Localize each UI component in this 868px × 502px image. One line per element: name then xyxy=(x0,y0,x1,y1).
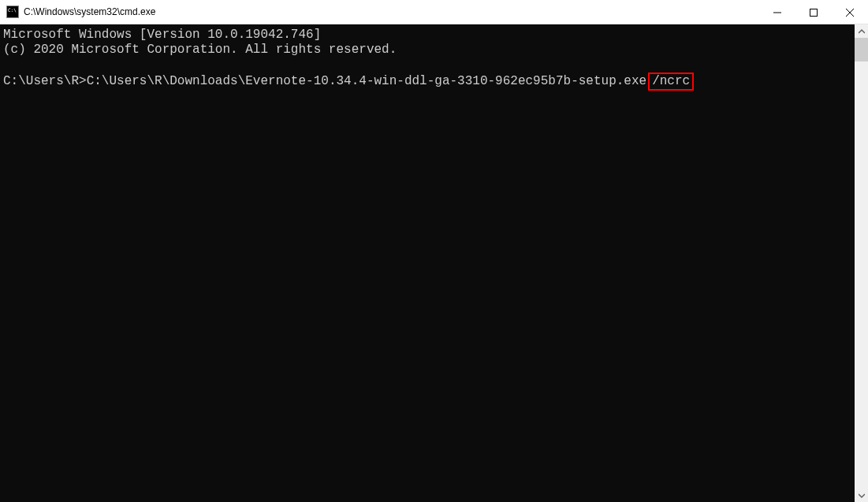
scroll-thumb[interactable] xyxy=(855,38,868,61)
minimize-button[interactable] xyxy=(759,0,795,24)
terminal-blank-line xyxy=(3,58,855,73)
window: C:\Windows\system32\cmd.exe Microsoft W xyxy=(0,0,868,502)
vertical-scrollbar[interactable] xyxy=(855,24,868,502)
close-icon xyxy=(846,9,854,17)
scroll-down-button[interactable] xyxy=(855,489,868,502)
maximize-icon xyxy=(810,9,818,17)
svg-rect-1 xyxy=(810,9,818,16)
chevron-down-icon xyxy=(859,493,865,499)
minimize-icon xyxy=(773,9,781,17)
titlebar[interactable]: C:\Windows\system32\cmd.exe xyxy=(0,0,868,24)
chevron-up-icon xyxy=(859,28,865,35)
command-text: C:\Users\R\Downloads\Evernote-10.34.4-wi… xyxy=(87,74,647,88)
scroll-track[interactable] xyxy=(855,38,868,489)
highlighted-argument: /ncrc xyxy=(648,73,694,91)
maximize-button[interactable] xyxy=(795,0,832,24)
content-area: Microsoft Windows [Version 10.0.19042.74… xyxy=(0,24,868,502)
window-title: C:\Windows\system32\cmd.exe xyxy=(24,6,155,17)
window-controls xyxy=(759,0,868,24)
close-button[interactable] xyxy=(832,0,868,24)
terminal-line: Microsoft Windows [Version 10.0.19042.74… xyxy=(3,28,855,43)
prompt: C:\Users\R> xyxy=(3,74,87,88)
scroll-up-button[interactable] xyxy=(855,24,868,38)
terminal-line: (c) 2020 Microsoft Corporation. All righ… xyxy=(3,43,855,58)
terminal-command-line: C:\Users\R>C:\Users\R\Downloads\Evernote… xyxy=(3,73,855,91)
cmd-icon xyxy=(6,6,19,18)
terminal[interactable]: Microsoft Windows [Version 10.0.19042.74… xyxy=(0,24,855,502)
